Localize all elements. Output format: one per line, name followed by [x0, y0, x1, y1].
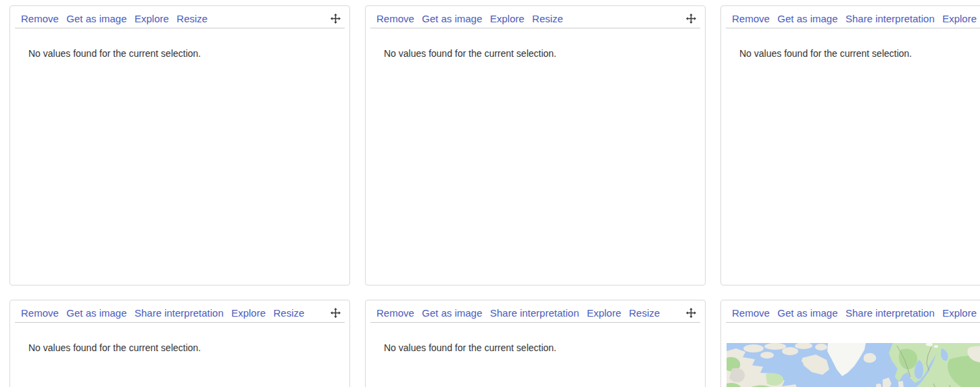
header-divider — [15, 322, 345, 323]
explore-link[interactable]: Explore — [942, 307, 977, 319]
no-values-message: No values found for the current selectio… — [28, 342, 340, 354]
item-toolbar: Remove Get as image Explore Resize — [366, 6, 705, 25]
dashboard-item: Remove Get as image Explore Resize No va… — [365, 5, 706, 286]
dashboard-grid: Remove Get as image Explore Resize No va… — [0, 0, 980, 387]
share-interpretation-link[interactable]: Share interpretation — [846, 13, 935, 24]
item-toolbar: Remove Get as image Share interpretation… — [10, 300, 349, 319]
dashboard-item: Remove Get as image Share interpretation… — [9, 300, 350, 387]
no-values-message: No values found for the current selectio… — [28, 48, 340, 60]
share-interpretation-link[interactable]: Share interpretation — [490, 307, 579, 319]
remove-link[interactable]: Remove — [376, 13, 414, 24]
header-divider — [15, 28, 345, 28]
remove-link[interactable]: Remove — [376, 307, 414, 319]
resize-link[interactable]: Resize — [274, 307, 305, 319]
dashboard-item: Remove Get as image Share interpretation… — [720, 300, 980, 387]
item-toolbar: Remove Get as image Share interpretation… — [721, 6, 980, 25]
remove-link[interactable]: Remove — [732, 13, 770, 24]
remove-link[interactable]: Remove — [21, 13, 59, 24]
get-as-image-link[interactable]: Get as image — [777, 307, 837, 319]
resize-link[interactable]: Resize — [629, 307, 660, 319]
explore-link[interactable]: Explore — [231, 307, 266, 319]
remove-link[interactable]: Remove — [732, 307, 770, 319]
dashboard-item: Remove Get as image Share interpretation… — [720, 5, 980, 286]
explore-link[interactable]: Explore — [942, 13, 977, 24]
remove-link[interactable]: Remove — [21, 307, 59, 319]
explore-link[interactable]: Explore — [134, 13, 169, 24]
get-as-image-link[interactable]: Get as image — [422, 307, 482, 319]
resize-link[interactable]: Resize — [176, 13, 207, 24]
move-icon[interactable] — [686, 14, 696, 24]
explore-link[interactable]: Explore — [587, 307, 621, 319]
dashboard-item: Remove Get as image Explore Resize No va… — [9, 5, 350, 286]
share-interpretation-link[interactable]: Share interpretation — [846, 307, 935, 319]
explore-link[interactable]: Explore — [490, 13, 524, 24]
dashboard-item: Remove Get as image Share interpretation… — [365, 300, 706, 387]
item-toolbar: Remove Get as image Share interpretation… — [366, 300, 705, 319]
no-values-message: No values found for the current selectio… — [384, 342, 695, 354]
get-as-image-link[interactable]: Get as image — [422, 13, 482, 24]
get-as-image-link[interactable]: Get as image — [66, 307, 126, 319]
share-interpretation-link[interactable]: Share interpretation — [134, 307, 224, 319]
item-toolbar: Remove Get as image Explore Resize — [10, 6, 349, 25]
item-toolbar: Remove Get as image Share interpretation… — [721, 300, 980, 319]
resize-link[interactable]: Resize — [532, 13, 563, 24]
get-as-image-link[interactable]: Get as image — [66, 13, 126, 24]
move-icon[interactable] — [330, 14, 341, 24]
move-icon[interactable] — [686, 308, 696, 318]
move-icon[interactable] — [330, 308, 341, 318]
no-values-message: No values found for the current selectio… — [384, 48, 695, 60]
no-values-message: No values found for the current selectio… — [739, 48, 980, 60]
get-as-image-link[interactable]: Get as image — [777, 13, 837, 24]
header-divider — [370, 322, 700, 323]
header-divider — [726, 322, 980, 323]
header-divider — [370, 28, 700, 28]
map-thumbnail[interactable] — [727, 343, 980, 387]
header-divider — [726, 28, 980, 28]
